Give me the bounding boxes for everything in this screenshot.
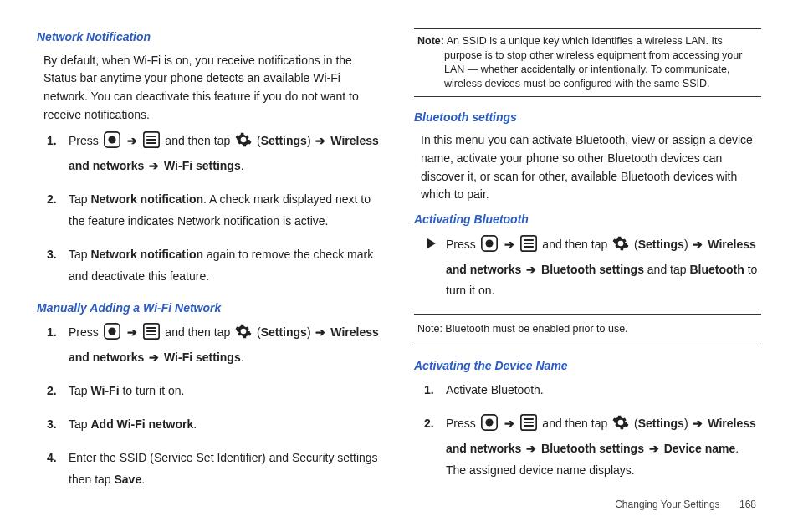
heading-activating-device-name: Activating the Device Name	[414, 357, 761, 376]
gear-icon	[612, 235, 629, 259]
menu-icon	[143, 131, 160, 156]
heading-network-notification: Network Notification	[37, 28, 384, 47]
bluetooth-settings-intro: In this menu you can activate Bluetooth,…	[421, 131, 761, 204]
device-name-steps: 1. Activate Bluetooth. 2. Press ➔ and th…	[414, 380, 761, 482]
gear-icon	[235, 131, 252, 156]
step-2: 2. Tap Wi-Fi to turn it on.	[69, 381, 384, 402]
arrow-icon: ➔	[125, 134, 139, 147]
activating-bluetooth-step: Press ➔ and then tap (Settings) ➔ Wirele…	[414, 234, 761, 303]
step-1: 1. Press ➔ and then tap (Settings) ➔ Wir…	[69, 130, 384, 177]
menu-icon	[143, 323, 160, 347]
network-notification-steps: 1. Press ➔ and then tap (Settings) ➔ Wir…	[37, 130, 384, 287]
network-notification-intro: By default, when Wi-Fi is on, you receiv…	[43, 52, 384, 125]
home-icon	[481, 235, 498, 259]
heading-manually-adding-wifi: Manually Adding a Wi-Fi Network	[37, 299, 384, 318]
step-1: 1. Press ➔ and then tap (Settings) ➔ Wir…	[69, 322, 384, 369]
menu-icon	[520, 235, 537, 259]
manual-wifi-steps: 1. Press ➔ and then tap (Settings) ➔ Wir…	[37, 322, 384, 490]
gear-icon	[235, 323, 252, 347]
triangle-bullet-icon	[427, 238, 436, 248]
note-bluetooth-enabled: Note: Bluetooth must be enabled prior to…	[414, 314, 761, 345]
home-icon	[104, 131, 120, 156]
step-3: 3. Tap Network notification again to rem…	[69, 244, 384, 288]
page-footer: Changing Your Settings 168	[615, 499, 756, 510]
note-ssid: Note: An SSID is a unique key which iden…	[414, 28, 761, 97]
heading-activating-bluetooth: Activating Bluetooth	[414, 211, 761, 229]
step-2: 2. Press ➔ and then tap (Settings) ➔ Wir…	[446, 413, 761, 482]
gear-icon	[612, 414, 629, 438]
step-2: 2. Tap Network notification. A check mar…	[69, 189, 384, 233]
heading-bluetooth-settings: Bluetooth settings	[414, 109, 761, 127]
home-icon	[481, 414, 498, 438]
home-icon	[104, 323, 120, 347]
left-column: Network Notification By default, when Wi…	[37, 28, 384, 503]
section-name: Changing Your Settings	[615, 499, 719, 510]
step-3: 3. Tap Add Wi-Fi network.	[69, 414, 384, 436]
menu-icon	[520, 414, 537, 438]
step-1: 1. Activate Bluetooth.	[446, 380, 761, 402]
right-column: Note: An SSID is a unique key which iden…	[414, 28, 761, 503]
step-4: 4. Enter the SSID (Service Set Identifie…	[69, 448, 384, 491]
page-number: 168	[739, 499, 756, 510]
